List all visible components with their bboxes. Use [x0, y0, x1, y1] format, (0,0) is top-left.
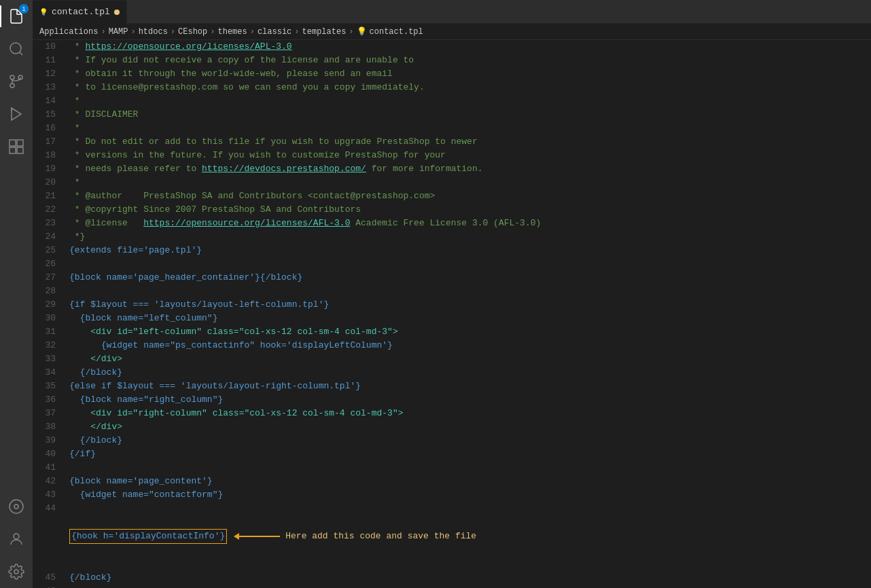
svg-marker-5: [12, 108, 21, 120]
table-row: 13 * to license@prestashop.com so we can…: [33, 81, 871, 94]
table-row: 28: [33, 284, 871, 298]
svg-point-13: [14, 534, 19, 539]
table-row: 45 {/block}: [33, 571, 871, 585]
table-row: 14 *: [33, 94, 871, 108]
table-row: 31 <div id="left-column" class="col-xs-1…: [33, 325, 871, 339]
unsaved-indicator: [114, 10, 120, 15]
breadcrumb-templates[interactable]: templates: [302, 27, 346, 37]
breadcrumb-classic[interactable]: classic: [257, 27, 291, 37]
code-container: 10 * https://opensource.org/licenses/APL…: [33, 40, 871, 588]
file-tab[interactable]: 💡 contact.tpl: [33, 0, 127, 24]
svg-rect-7: [10, 140, 16, 146]
extensions-icon[interactable]: [0, 130, 33, 163]
breadcrumb-mamp[interactable]: MAMP: [109, 27, 128, 37]
table-row: 15 * DISCLAIMER: [33, 108, 871, 122]
breadcrumb-file-label: contact.tpl: [370, 27, 423, 37]
svg-point-2: [10, 75, 14, 79]
search-icon[interactable]: [0, 33, 33, 65]
table-row: 25 {extends file='page.tpl'}: [33, 244, 871, 257]
activity-bottom: [0, 490, 33, 588]
table-row: 42 {block name='page_content'}: [33, 475, 871, 488]
table-row: 39 {/block}: [33, 434, 871, 447]
table-row: 22 * @copyright Since 2007 PrestaShop SA…: [33, 203, 871, 217]
run-icon[interactable]: [0, 98, 33, 130]
table-row: 33 </div>: [33, 352, 871, 366]
svg-line-1: [20, 52, 22, 55]
svg-rect-8: [17, 140, 23, 146]
table-row: 38 </div>: [33, 420, 871, 434]
svg-point-11: [10, 500, 23, 513]
table-row: 23 * @license https://opensource.org/lic…: [33, 217, 871, 230]
remote-icon[interactable]: [0, 490, 33, 523]
files-icon[interactable]: 1: [0, 0, 33, 33]
table-row: 44 {hook h='displayContactInfo'} Here ad…: [33, 502, 871, 571]
svg-point-12: [14, 504, 18, 509]
table-row: 20 *: [33, 176, 871, 189]
badge: 1: [19, 4, 29, 14]
table-row: 24 *}: [33, 230, 871, 244]
settings-icon[interactable]: [0, 555, 33, 588]
table-row: 32 {widget name="ps_contactinfo" hook='d…: [33, 339, 871, 352]
table-row: 18 * versions in the future. If you wish…: [33, 149, 871, 162]
table-row: 21 * @author PrestaShop SA and Contribut…: [33, 189, 871, 203]
arrow-shaft: [239, 536, 280, 537]
svg-point-14: [14, 570, 18, 574]
table-row: 29 {if $layout === 'layouts/layout-left-…: [33, 298, 871, 312]
breadcrumb-applications[interactable]: Applications: [39, 27, 98, 37]
source-control-icon[interactable]: [0, 65, 33, 98]
breadcrumb-ceshop[interactable]: CEshop: [178, 27, 207, 37]
tab-bar: 💡 contact.tpl: [33, 0, 871, 24]
table-row: 12 * obtain it through the world-wide-we…: [33, 67, 871, 81]
arrow-head: [234, 533, 239, 540]
table-row: 10 * https://opensource.org/licenses/APL…: [33, 40, 871, 54]
svg-point-3: [10, 84, 14, 88]
table-row: 19 * needs please refer to https://devdo…: [33, 162, 871, 176]
svg-rect-9: [17, 147, 23, 153]
table-row: 26: [33, 257, 871, 271]
table-row: 36 {block name="right_column"}: [33, 393, 871, 407]
table-row: 35 {else if $layout === 'layouts/layout-…: [33, 380, 871, 393]
table-row: 16 *: [33, 122, 871, 135]
main-area: 💡 contact.tpl Applications › MAMP › htdo…: [33, 0, 871, 588]
table-row: 34 {/block}: [33, 366, 871, 380]
annotation-text: Here add this code and save the file: [285, 530, 476, 543]
svg-rect-10: [10, 147, 16, 153]
breadcrumb: Applications › MAMP › htdocs › CEshop › …: [33, 24, 871, 40]
table-row: 46: [33, 585, 871, 588]
activity-bar: 1: [0, 0, 33, 588]
account-icon[interactable]: [0, 523, 33, 555]
table-row: 43 {widget name="contactform"}: [33, 488, 871, 502]
breadcrumb-themes[interactable]: themes: [217, 27, 247, 37]
table-row: 30 {block name="left_column"}: [33, 312, 871, 325]
file-icon: 💡: [39, 8, 48, 16]
annotation-arrow: [234, 533, 280, 540]
table-row: 40 {/if}: [33, 447, 871, 461]
breadcrumb-htdocs[interactable]: htdocs: [139, 27, 168, 37]
annotation-wrapper: {hook h='displayContactInfo'} Here add t…: [69, 529, 871, 544]
svg-point-0: [10, 43, 21, 54]
table-row: 27 {block name='page_header_container'}{…: [33, 271, 871, 284]
table-row: 41: [33, 461, 871, 475]
table-row: 37 <div id="right-column" class="col-xs-…: [33, 407, 871, 420]
editor-area[interactable]: 10 * https://opensource.org/licenses/APL…: [33, 40, 871, 588]
table-row: 11 * If you did not receive a copy of th…: [33, 54, 871, 67]
table-row: 17 * Do not edit or add to this file if …: [33, 135, 871, 149]
breadcrumb-file-icon: 💡: [357, 26, 367, 37]
breadcrumb-file[interactable]: 💡 contact.tpl: [357, 26, 423, 37]
highlighted-code: {hook h='displayContactInfo'}: [69, 529, 227, 544]
tab-label: contact.tpl: [52, 7, 110, 17]
